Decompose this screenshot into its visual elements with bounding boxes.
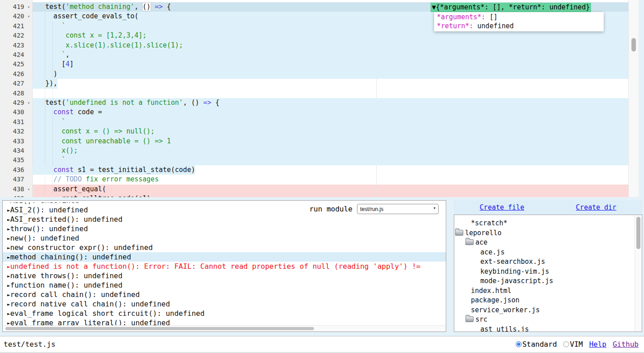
tree-file-row[interactable]: index.html [454,286,635,296]
fold-toggle-icon[interactable]: ▾ [26,98,32,108]
console-log-entry[interactable]: ►record native call chain(): undefined [3,299,446,309]
code-line[interactable]: // TODO fix error messages [32,175,159,184]
tree-item-label: package.json [471,296,519,304]
fold-toggle-icon[interactable]: ▾ [26,2,32,12]
console-hscrollbar[interactable] [3,325,446,331]
line-number-gutter[interactable]: 419▾420▾421422423424425426427428429▾4304… [0,0,33,197]
radio-vim-icon[interactable] [563,341,569,347]
code-line[interactable]: ` [32,155,65,165]
radio-standard-icon[interactable] [516,341,522,347]
file-tree-scrollbar-thumb[interactable] [636,217,640,249]
code-line[interactable]: const s1 = test_initial_state(code) [32,165,195,175]
console-log-entry[interactable]: ►native throws(): undefined [3,271,446,280]
tree-folder-row[interactable]: ace [454,238,635,248]
code-token-plain: root_calltree_node(s1) [37,194,151,197]
console-log-entry[interactable]: ►new(): undefined [3,233,446,243]
tree-file-row[interactable]: ext-searchbox.js [454,257,635,267]
expand-arrow-icon[interactable]: ► [7,245,10,251]
tree-folder-row[interactable]: leporello [454,228,635,238]
console-log-entry[interactable]: ►undefined is not a function(): Error: F… [3,262,446,271]
console-log-entry[interactable]: ►eval_frame array_literal(): undefined [3,318,446,325]
tree-file-row[interactable]: ast_utils.js [454,325,635,332]
console-log-entry[interactable]: ►ASI_restrited(): undefined [3,215,446,224]
code-line[interactable]: x.slice(1).slice(1).slice(1); [32,41,183,50]
file-tree-scrollbar[interactable] [635,215,642,331]
console-log-entry[interactable]: ►eval_frame logical short circuit(): und… [3,309,446,318]
tree-folder-row[interactable]: src [454,315,635,325]
create-file-link[interactable]: Create file [480,203,524,211]
console-log-entry[interactable]: ►method chaining(): undefined [3,252,446,262]
expand-arrow-icon[interactable]: ► [7,283,10,288]
console-log-text: record call chain(): undefined [10,290,140,299]
eval-result-summary[interactable]: ▼{*arguments*: [], *return*: undefined} [431,3,591,12]
line-number: 428 [0,89,24,98]
code-token-number: 4 [65,60,70,68]
run-module-control: run module test/run.js ▾ [309,204,439,214]
file-tree-panel[interactable]: *scratch*leporelloaceace.jsext-searchbox… [454,215,642,332]
tree-file-row[interactable]: mode-javascript.js [454,276,635,286]
fold-toggle-icon[interactable]: ▾ [26,185,32,194]
code-line[interactable]: ) [32,69,57,79]
code-token-plain: , () [183,99,203,107]
code-line[interactable]: const unreachable = () => 1 [32,137,171,146]
expand-arrow-icon[interactable]: ► [7,202,10,204]
code-line[interactable]: const code = [32,108,102,117]
code-token-plain: s1 = test_initial_state(code) [74,166,195,174]
expand-arrow-icon[interactable]: ► [7,207,10,213]
expand-arrow-icon[interactable]: ► [7,301,10,307]
console-output-panel[interactable]: ►ASI(): undefined►ASI_2(): undefined►ASI… [2,200,446,332]
expand-arrow-icon[interactable]: ► [7,254,10,260]
editor-scrollbar-thumb[interactable] [631,38,636,52]
code-line[interactable]: x(); [32,146,78,155]
code-line[interactable]: assert_equal( [32,185,106,194]
tree-file-row[interactable]: *scratch* [454,219,635,228]
console-log-entry[interactable]: ►new constructor expr(): undefined [3,243,446,252]
eval-result-entry[interactable]: *return*: undefined [437,22,604,30]
code-line[interactable]: root_calltree_node(s1) [32,194,151,197]
keybinding-vim-option[interactable]: VIM [563,340,583,349]
help-link[interactable]: Help [589,340,607,349]
tree-file-row[interactable]: service_worker.js [454,306,635,315]
expand-arrow-icon[interactable]: ► [7,236,10,241]
code-line[interactable] [32,89,37,98]
expand-arrow-icon[interactable]: ► [7,264,10,270]
code-line[interactable]: ` [32,22,65,31]
code-line[interactable]: const x = [1,2,3,4]; [32,31,147,40]
tree-file-row[interactable]: keybinding-vim.js [454,267,635,277]
console-hscrollbar-thumb[interactable] [5,327,314,330]
editor-scrollbar[interactable] [628,0,639,197]
github-link[interactable]: Github [613,340,639,349]
code-token-plain: test( [37,99,65,107]
eval-result-entry[interactable]: *arguments*: [] [437,13,604,22]
tree-file-row[interactable]: ace.js [454,248,635,258]
expand-arrow-icon[interactable]: ► [7,292,10,298]
code-token-keyword: const [37,108,74,116]
error-range-highlight [32,185,629,194]
line-number: 432 [0,127,24,136]
executed-range-highlight [32,155,629,165]
console-log-entry[interactable]: ►function name(): undefined [3,280,446,290]
expand-arrow-icon[interactable]: ► [7,320,10,325]
keybinding-standard-option[interactable]: Standard [516,340,557,349]
expand-arrow-icon[interactable]: ► [7,273,10,279]
create-dir-link[interactable]: Create dir [576,203,616,211]
code-line[interactable]: test('undefined is not a function', () =… [32,98,219,108]
expand-arrow-icon[interactable]: ► [7,226,10,232]
code-line[interactable]: ` [32,117,65,127]
code-line[interactable]: [4] [32,60,74,69]
code-line[interactable]: test('method chaining', () => { [32,2,171,12]
code-line[interactable]: assert_code_evals_to( [32,12,139,21]
tree-file-row[interactable]: package.json [454,296,635,306]
console-log-entry[interactable]: ►record call chain(): undefined [3,290,446,299]
line-number: 435 [0,155,24,165]
expand-arrow-icon[interactable]: ► [7,217,10,223]
code-line[interactable]: `, [32,50,70,60]
code-line[interactable]: const x = () => null(); [32,127,155,136]
fold-toggle-icon[interactable]: ▾ [26,12,32,21]
console-log-text: new(): undefined [10,234,79,242]
code-token-string: ` [37,51,65,59]
run-module-select[interactable]: test/run.js [357,204,439,214]
console-log-entry[interactable]: ►throw(): undefined [3,224,446,233]
code-line[interactable]: }), [32,79,57,88]
expand-arrow-icon[interactable]: ► [7,311,10,317]
